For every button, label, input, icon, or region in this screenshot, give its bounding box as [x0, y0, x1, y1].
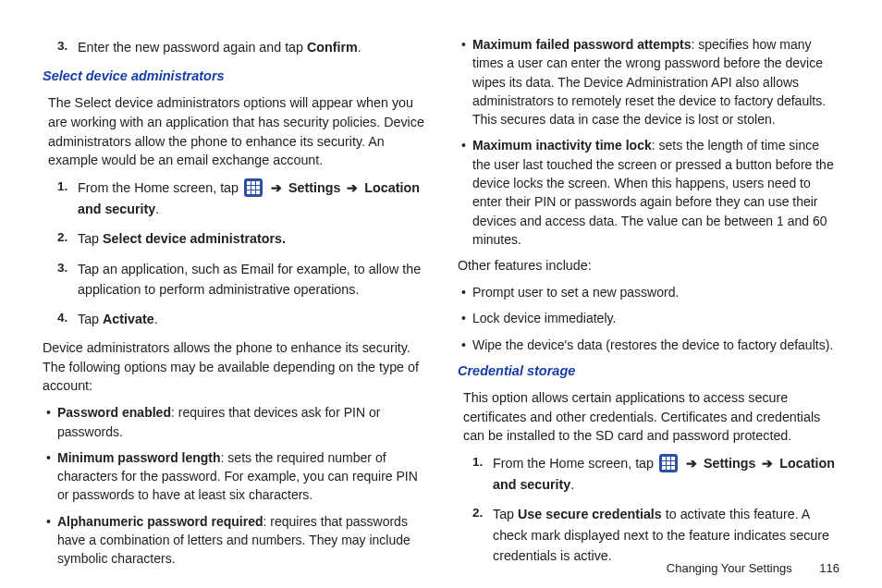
svg-rect-3 — [256, 181, 260, 185]
cred-step-1: 1. From the Home screen, tap — [458, 453, 839, 495]
step-body: Tap Activate. — [78, 309, 424, 329]
text: . — [154, 312, 158, 326]
arrow-icon: ➔ — [347, 180, 358, 195]
credential-paragraph: This option allows certain applications … — [463, 388, 839, 446]
bullet-body: Lock device immediately. — [472, 309, 839, 327]
list-marker: 1. — [458, 453, 493, 495]
list-marker: 2. — [43, 228, 78, 249]
list-item: • Maximum failed password attempts: spec… — [458, 35, 839, 129]
bullet-icon: • — [458, 35, 472, 129]
cred-step-2: 2. Tap Use secure credentials to activat… — [458, 504, 839, 565]
text: From the Home screen, tap — [78, 180, 242, 195]
option-name: Alphanumeric password required — [57, 514, 263, 529]
admin-step-2: 2. Tap Select device administrators. — [43, 228, 424, 249]
credential-steps-list: 1. From the Home screen, tap — [458, 453, 839, 566]
admin-steps-list: 1. From the Home screen, tap — [43, 178, 424, 329]
list-item: • Wipe the device's data (restores the d… — [458, 336, 839, 354]
bullet-body: Minimum password length: sets the requir… — [57, 448, 424, 505]
option-name: Maximum inactivity time lock — [472, 138, 652, 153]
svg-rect-1 — [247, 181, 251, 185]
bullet-icon: • — [458, 309, 472, 327]
step-body: Tap Use secure credentials to activate t… — [493, 504, 839, 565]
svg-rect-18 — [667, 466, 670, 470]
settings-label: Settings — [288, 180, 340, 195]
bullet-icon: • — [43, 403, 57, 441]
activate-label: Activate — [103, 312, 154, 326]
settings-label: Settings — [704, 456, 755, 471]
text: Tap — [493, 507, 518, 521]
bullet-body: Wipe the device's data (restores the dev… — [472, 336, 839, 354]
page-footer: Changing Your Settings 116 — [667, 561, 839, 575]
svg-rect-13 — [671, 457, 675, 460]
option-desc: : sets the length of time since the user… — [472, 138, 834, 246]
list-marker: 3. — [43, 37, 78, 57]
admin-intro-paragraph: The Select device administrators options… — [48, 93, 424, 170]
option-name: Password enabled — [57, 405, 171, 420]
step-body: Enter the new password again and tap Con… — [78, 37, 424, 57]
arrow-icon: ➔ — [271, 180, 282, 195]
list-item: • Lock device immediately. — [458, 309, 839, 327]
text: . — [358, 40, 361, 55]
svg-rect-15 — [667, 461, 670, 465]
footer-title: Changing Your Settings — [667, 561, 792, 575]
svg-rect-2 — [251, 181, 255, 185]
arrow-icon: ➔ — [686, 456, 697, 471]
admin-step-4: 4. Tap Activate. — [43, 309, 424, 329]
apps-grid-icon — [659, 454, 678, 472]
step-body: From the Home screen, tap — [78, 178, 424, 219]
other-features-intro: Other features include: — [458, 256, 839, 276]
admin-options-paragraph: Device administrators allows the phone t… — [43, 338, 424, 396]
bullet-icon: • — [43, 512, 57, 569]
svg-rect-17 — [662, 466, 666, 470]
svg-rect-14 — [662, 461, 666, 465]
bullet-body: Password enabled: requires that devices … — [57, 403, 424, 441]
list-item: • Maximum inactivity time lock: sets the… — [458, 136, 839, 249]
step-body: From the Home screen, tap — [493, 453, 839, 495]
list-item: • Password enabled: requires that device… — [43, 403, 424, 441]
text: Enter the new password again and tap — [78, 40, 307, 55]
svg-rect-8 — [251, 190, 255, 194]
option-name: Maximum failed password attempts — [472, 37, 692, 52]
right-column: • Maximum failed password attempts: spec… — [458, 31, 839, 549]
list-marker: 3. — [43, 259, 78, 300]
bullet-icon: • — [458, 283, 472, 301]
page-number: 116 — [819, 561, 839, 575]
svg-rect-9 — [256, 190, 260, 194]
bullet-icon: • — [458, 136, 472, 249]
svg-rect-4 — [247, 186, 251, 190]
confirm-label: Confirm — [307, 40, 358, 55]
text: Tap — [78, 312, 103, 326]
bullet-body: Maximum failed password attempts: specif… — [472, 35, 839, 129]
step-body: Tap an application, such as Email for ex… — [78, 259, 424, 300]
option-name: Minimum password length — [57, 450, 221, 465]
bullet-body: Maximum inactivity time lock: sets the l… — [472, 136, 839, 249]
select-device-admin-label: Select device administrators. — [103, 231, 286, 246]
use-secure-credentials-label: Use secure credentials — [518, 507, 662, 521]
svg-rect-16 — [671, 461, 675, 465]
admin-options-bullets-continued: • Maximum failed password attempts: spec… — [458, 35, 839, 249]
bullet-icon: • — [458, 336, 472, 354]
bullet-body: Prompt user to set a new password. — [472, 283, 839, 301]
list-item: • Minimum password length: sets the requ… — [43, 448, 424, 505]
svg-rect-5 — [251, 186, 255, 190]
list-marker: 4. — [43, 309, 78, 329]
heading-select-device-administrators: Select device administrators — [43, 67, 424, 86]
apps-grid-icon — [244, 178, 263, 197]
step-body: Tap Select device administrators. — [78, 228, 424, 249]
admin-step-3: 3. Tap an application, such as Email for… — [43, 259, 424, 300]
text: From the Home screen, tap — [493, 456, 657, 471]
admin-options-bullets: • Password enabled: requires that device… — [43, 403, 424, 568]
step-3-confirm: 3. Enter the new password again and tap … — [43, 37, 424, 57]
list-item: • Prompt user to set a new password. — [458, 283, 839, 301]
two-column-layout: 3. Enter the new password again and tap … — [43, 31, 839, 549]
svg-rect-19 — [671, 466, 675, 470]
other-features-bullets: • Prompt user to set a new password. • L… — [458, 283, 839, 354]
intro-continued-list: 3. Enter the new password again and tap … — [43, 37, 424, 57]
admin-step-1: 1. From the Home screen, tap — [43, 178, 424, 219]
list-marker: 2. — [458, 504, 493, 565]
arrow-icon: ➔ — [762, 456, 773, 471]
text: Tap — [78, 231, 103, 246]
bullet-body: Alphanumeric password required: requires… — [57, 512, 424, 569]
svg-rect-6 — [256, 186, 260, 190]
list-item: • Alphanumeric password required: requir… — [43, 512, 424, 569]
